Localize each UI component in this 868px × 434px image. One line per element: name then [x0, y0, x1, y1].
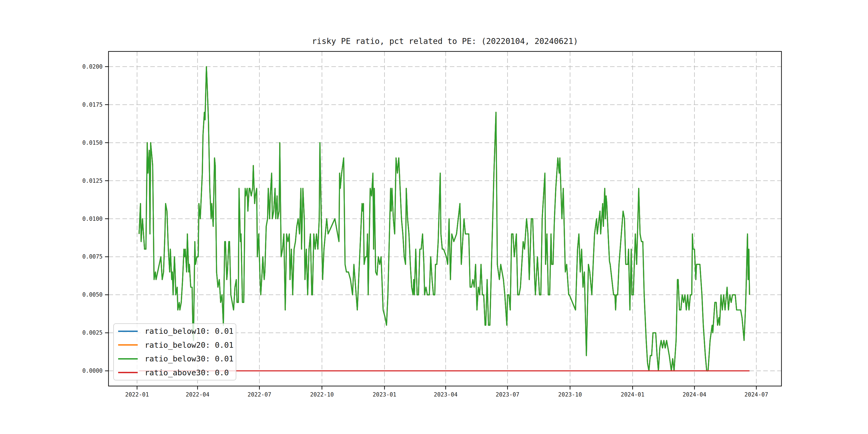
y-tick-label: 0.0100: [68, 215, 103, 223]
legend-swatch-ratio_above30: [118, 372, 138, 373]
legend-entry-ratio_below20: ratio_below20: 0.01: [114, 339, 236, 351]
y-tick-label: 0.0025: [68, 329, 103, 337]
legend-label-ratio_above30: ratio_above30: 0.0: [145, 368, 229, 377]
legend-label-ratio_below30: ratio_below30: 0.01: [145, 354, 234, 363]
y-tick-label: 0.0200: [68, 63, 103, 71]
legend: ratio_below10: 0.01ratio_below20: 0.01ra…: [113, 323, 236, 380]
x-tick-label: 2022-04: [186, 391, 210, 399]
legend-swatch-ratio_below30: [118, 358, 138, 360]
x-tick-label: 2023-04: [434, 391, 458, 399]
y-tick-label: 0.0075: [68, 253, 103, 261]
x-tick-label: 2023-10: [558, 391, 582, 399]
legend-swatch-ratio_below20: [118, 344, 138, 346]
legend-entry-ratio_above30: ratio_above30: 0.0: [114, 366, 236, 379]
chart-title: risky PE ratio, pct related to PE: (2022…: [312, 36, 578, 46]
legend-label-ratio_below10: ratio_below10: 0.01: [145, 327, 234, 336]
y-tick-label: 0.0000: [68, 367, 103, 375]
y-tick-label: 0.0175: [68, 101, 103, 109]
legend-label-ratio_below20: ratio_below20: 0.01: [145, 341, 234, 350]
x-tick-label: 2022-10: [310, 391, 334, 399]
x-tick-label: 2024-01: [621, 391, 645, 399]
x-tick-label: 2022-07: [248, 391, 271, 399]
x-tick-label: 2022-01: [125, 391, 149, 399]
legend-entry-ratio_below10: ratio_below10: 0.01: [114, 325, 236, 338]
y-tick-label: 0.0125: [68, 177, 103, 185]
x-tick-label: 2023-01: [373, 391, 397, 399]
legend-swatch-ratio_below10: [118, 331, 138, 332]
y-tick-label: 0.0050: [68, 291, 103, 299]
x-tick-label: 2023-07: [496, 391, 520, 399]
legend-entry-ratio_below30: ratio_below30: 0.01: [114, 352, 236, 365]
x-tick-label: 2024-04: [683, 391, 707, 399]
figure-canvas: risky PE ratio, pct related to PE: (2022…: [0, 0, 868, 434]
x-tick-label: 2024-07: [744, 391, 768, 399]
y-tick-label: 0.0150: [68, 139, 103, 147]
